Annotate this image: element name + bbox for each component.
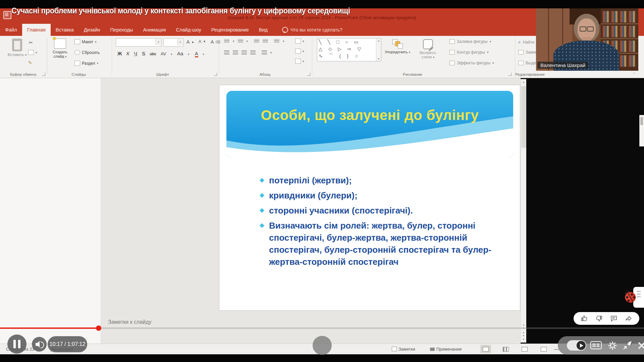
grow-font-button[interactable]: A▲: [186, 39, 194, 45]
comment-icon[interactable]: [610, 314, 618, 322]
section-button[interactable]: Раздел▾: [74, 61, 98, 66]
autoplay-toggle[interactable]: [567, 340, 586, 351]
bullets-icon[interactable]: [224, 39, 229, 43]
presenter-glasses: [580, 26, 594, 31]
scrollbar-thumb[interactable]: [522, 86, 526, 147]
italic-button[interactable]: К: [126, 51, 129, 56]
comments-toggle[interactable]: Примечания: [430, 347, 462, 352]
canvas-scrollbar[interactable]: ▴ ▴▴ ▾▾ ▾: [521, 79, 526, 343]
new-slide-icon: [54, 39, 66, 49]
captions-icon[interactable]: [590, 341, 602, 349]
character-spacing-button[interactable]: AV: [161, 51, 166, 56]
tab-design[interactable]: Дизайн: [79, 24, 105, 36]
align-text-button[interactable]: ▾: [295, 49, 304, 54]
change-case-button[interactable]: Aa: [177, 51, 183, 56]
side-scroll-thumb[interactable]: [640, 117, 643, 125]
font-dialog-launcher[interactable]: [214, 73, 217, 76]
format-painter-button[interactable]: ✎: [28, 60, 32, 65]
text-shadow-button[interactable]: S: [142, 51, 145, 56]
bold-button[interactable]: Ж: [117, 51, 122, 56]
center-overlay-button[interactable]: [313, 336, 332, 355]
shapes-gallery-scrollbar[interactable]: ▴▾: [376, 39, 381, 61]
tab-home[interactable]: Главная: [22, 24, 51, 36]
font-style-buttons: Ж К Ч S abc AV ▾ Aa ▾ A ▾: [117, 51, 204, 57]
copy-button[interactable]: ▾: [28, 50, 37, 55]
arrange-button[interactable]: Упорядочить ▾: [383, 39, 412, 55]
collapse-ribbon-icon[interactable]: ⌃: [633, 72, 636, 76]
paste-button[interactable]: Вставить ▾: [7, 39, 27, 57]
list-buttons-row: ▾ ▾ ▾: [224, 39, 284, 43]
settings-gear-icon[interactable]: [607, 341, 618, 351]
columns-icon[interactable]: [262, 51, 267, 55]
align-left-icon[interactable]: [224, 51, 229, 55]
next-slide-icon[interactable]: ▾▾: [521, 331, 526, 337]
volume-button[interactable]: [32, 337, 47, 352]
scroll-down-icon[interactable]: ▾: [521, 338, 526, 341]
cut-button[interactable]: ✂: [29, 40, 33, 45]
tab-transitions[interactable]: Переходы: [105, 24, 138, 36]
layout-button[interactable]: Макет▾: [74, 39, 97, 44]
slide-title-banner[interactable]: [226, 91, 513, 158]
reading-view-button[interactable]: [519, 345, 530, 353]
align-right-icon[interactable]: [241, 51, 247, 55]
tab-review[interactable]: Рецензирование: [206, 24, 254, 36]
thumbs-down-icon[interactable]: [595, 314, 603, 322]
tab-slideshow[interactable]: Слайд-шоу: [171, 24, 206, 36]
paragraph-dialog-launcher[interactable]: [307, 73, 310, 76]
quick-styles-button[interactable]: Экспресс-стили ▾: [414, 39, 442, 60]
new-slide-button[interactable]: Создать слайд ▾: [50, 39, 70, 59]
video-progress-handle[interactable]: [96, 325, 101, 331]
clipboard-dialog-launcher[interactable]: [42, 73, 45, 76]
book-row: [603, 11, 636, 22]
normal-view-button[interactable]: [480, 345, 491, 353]
slide-title[interactable]: Особи, що залучені до булінгу: [226, 107, 513, 123]
thumbs-up-icon[interactable]: [580, 314, 588, 322]
shape-fill-button[interactable]: Заливка фигуры▾: [449, 39, 491, 44]
notes-placeholder[interactable]: Заметки к слайду: [108, 319, 152, 325]
reading-view-icon: [522, 347, 528, 352]
comments-icon: [430, 348, 435, 351]
font-color-button[interactable]: A: [195, 51, 198, 57]
notes-toggle[interactable]: Заметки: [392, 347, 415, 352]
tell-me-search[interactable]: Что вы хотите сделать?: [282, 24, 342, 36]
underline-button[interactable]: Ч: [134, 51, 137, 56]
increase-indent-icon[interactable]: [263, 39, 268, 43]
slideshow-button[interactable]: [538, 345, 549, 353]
find-button[interactable]: ⌕Найти: [518, 39, 534, 45]
slides-group-label: Слайды: [60, 72, 97, 76]
share-icon[interactable]: [625, 314, 633, 322]
tab-view[interactable]: Вид: [254, 24, 273, 36]
shape-effects-button[interactable]: Эффекты фигуры▾: [449, 61, 494, 65]
font-name-combobox[interactable]: ▾: [116, 38, 162, 47]
line-spacing-icon[interactable]: [274, 39, 279, 43]
bullet-item: Визначають сім ролей: жертва, булер, сто…: [258, 220, 493, 268]
justify-icon[interactable]: [250, 51, 256, 55]
pause-button[interactable]: [7, 335, 26, 354]
slideshow-icon: [541, 347, 547, 352]
video-progress-track[interactable]: [0, 327, 644, 329]
convert-smartart-button[interactable]: ▾: [295, 59, 304, 64]
tab-file[interactable]: Файл: [0, 24, 22, 36]
scroll-up-icon[interactable]: ▴: [521, 80, 526, 83]
decrease-indent-icon[interactable]: [254, 39, 259, 43]
text-direction-button[interactable]: ▾: [295, 39, 304, 44]
font-size-combobox[interactable]: ▾: [163, 38, 183, 47]
tab-insert[interactable]: Вставка: [51, 24, 79, 36]
side-scroll-strip[interactable]: [639, 115, 644, 146]
bullet-marker: [260, 223, 264, 228]
tab-animations[interactable]: Анимация: [138, 24, 171, 36]
fullscreen-exit-icon[interactable]: [638, 342, 644, 350]
reset-button[interactable]: Сбросить: [74, 50, 100, 55]
strikethrough-button[interactable]: abc: [150, 52, 156, 56]
shrink-font-button[interactable]: A▼: [199, 39, 206, 44]
slide-sorter-button[interactable]: [500, 345, 511, 353]
slide-body-text[interactable]: потерпілі (жертви); кривдники (булери); …: [258, 174, 493, 271]
numbering-icon[interactable]: [238, 39, 243, 43]
video-letterbox-bottom: [0, 354, 644, 362]
shapes-gallery[interactable]: ╲ ╲ □ ○ ▭ △ ◇ ▷ ⇨ ▽ ∿ ⌒ ( ) ☆ ▴▾: [317, 38, 381, 61]
shape-outline-button[interactable]: Контур фигуры▾: [449, 50, 488, 55]
align-center-icon[interactable]: [233, 51, 238, 55]
slide-thumbnail-panel: [0, 78, 101, 344]
bullet-item: потерпілі (жертви);: [258, 174, 493, 186]
bullet-marker: [260, 178, 264, 183]
